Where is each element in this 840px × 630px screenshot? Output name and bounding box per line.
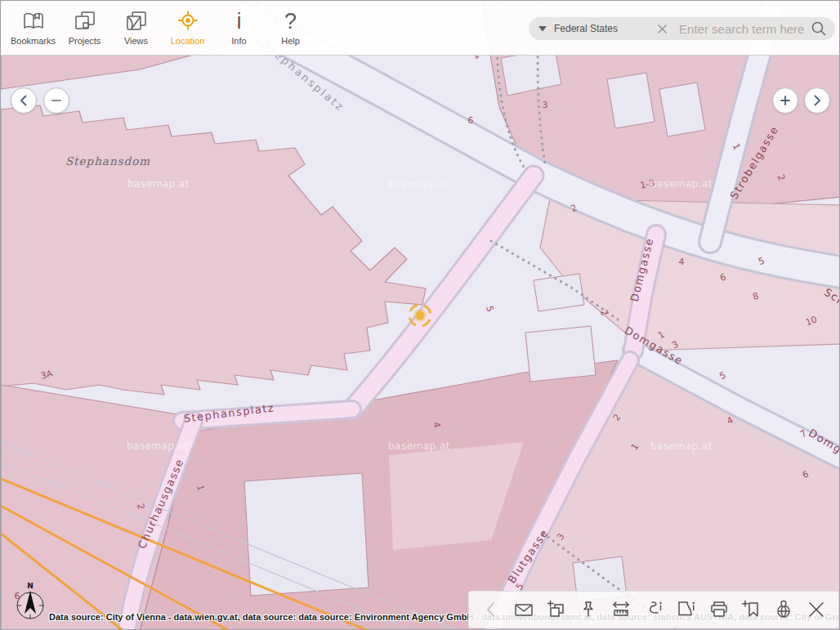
house-number: 6 bbox=[15, 591, 20, 601]
toolbar-label: Help bbox=[281, 36, 300, 46]
pin-icon[interactable] bbox=[576, 597, 601, 622]
toolbar-label: Views bbox=[124, 36, 148, 46]
projects-icon bbox=[73, 7, 97, 35]
globe-location-icon[interactable] bbox=[771, 597, 796, 622]
toolbar-label: Info bbox=[231, 36, 246, 46]
location-target-icon bbox=[176, 7, 200, 35]
house-number: 3 bbox=[543, 100, 548, 110]
plus-icon bbox=[780, 95, 791, 106]
toolbar-item-location[interactable]: Location bbox=[162, 1, 213, 53]
toolbar-label: Projects bbox=[69, 36, 101, 46]
chevron-left-icon bbox=[18, 95, 29, 106]
search-icon[interactable] bbox=[811, 20, 827, 37]
toolbar-item-projects[interactable]: Projects bbox=[59, 1, 110, 53]
pan-left-button[interactable] bbox=[11, 87, 37, 114]
toolbar-label: Location bbox=[171, 36, 205, 46]
clear-icon[interactable] bbox=[657, 24, 668, 34]
poi-label: Stephansdom bbox=[65, 154, 150, 168]
zoom-out-button[interactable] bbox=[43, 87, 69, 114]
basemap-watermark: basemap.at bbox=[127, 178, 190, 190]
toolbar-item-views[interactable]: Views bbox=[110, 1, 162, 53]
minus-icon bbox=[51, 95, 62, 106]
basemap-watermark: basemap.at bbox=[388, 178, 450, 190]
measure-area-icon[interactable] bbox=[674, 597, 699, 622]
toolbar-label: Bookmarks bbox=[11, 36, 56, 46]
search-category-selector[interactable]: Federal States bbox=[554, 23, 618, 34]
pan-right-button[interactable] bbox=[804, 87, 830, 114]
measure-line-icon[interactable] bbox=[641, 597, 666, 622]
email-icon[interactable] bbox=[512, 597, 536, 622]
zoom-in-button[interactable] bbox=[772, 87, 798, 114]
house-number: 6 bbox=[468, 115, 474, 126]
basemap-watermark: basemap.at bbox=[650, 178, 713, 190]
basemap-watermark: basemap.at bbox=[127, 440, 189, 452]
basemap-watermark: basemap.at bbox=[650, 440, 713, 452]
map-canvas[interactable]: StephansplatzStephansplatzChurhausgasseD… bbox=[1, 1, 840, 630]
search-input[interactable] bbox=[677, 21, 811, 37]
print-icon[interactable] bbox=[707, 597, 731, 622]
bottom-tool-panel bbox=[468, 591, 839, 628]
add-layer-icon[interactable] bbox=[544, 597, 569, 622]
add-bookmark-icon[interactable] bbox=[739, 597, 763, 622]
compass-north-label: N bbox=[27, 582, 34, 590]
chevron-right-icon bbox=[811, 95, 823, 106]
help-icon: ? bbox=[284, 7, 297, 35]
dropdown-caret-icon[interactable] bbox=[538, 26, 547, 32]
toolbar-item-bookmarks[interactable]: Bookmarks bbox=[7, 1, 59, 53]
bookmarks-icon bbox=[21, 7, 46, 35]
house-number: 4 bbox=[679, 257, 685, 267]
search-bar: Federal States bbox=[529, 17, 835, 40]
info-icon: i bbox=[237, 7, 242, 35]
toolbar-item-help[interactable]: ? Help bbox=[265, 1, 316, 53]
map-application-window: StephansplatzStephansplatzChurhausgasseD… bbox=[0, 0, 840, 630]
basemap-watermark: basemap.at bbox=[388, 440, 450, 452]
collapse-chevron-left-icon[interactable] bbox=[479, 597, 503, 622]
toolbar-item-info[interactable]: i Info bbox=[213, 1, 265, 53]
close-icon[interactable] bbox=[804, 597, 829, 622]
views-icon bbox=[124, 7, 149, 35]
measure-distance-icon[interactable] bbox=[609, 597, 633, 622]
